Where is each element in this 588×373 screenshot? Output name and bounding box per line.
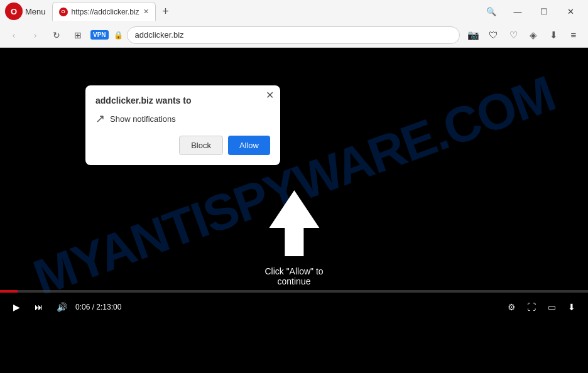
allow-button[interactable]: Allow bbox=[228, 136, 270, 155]
right-controls: ⚙ ⛶ ▭ ⬇ bbox=[503, 298, 580, 316]
download-icon[interactable]: ⬇ bbox=[544, 26, 563, 44]
url-input[interactable]: addclicker.biz bbox=[127, 26, 460, 44]
maximize-button[interactable]: ☐ bbox=[531, 0, 557, 23]
camera-icon[interactable]: 📷 bbox=[464, 26, 482, 44]
arrow-head bbox=[269, 190, 319, 228]
fullscreen-button[interactable]: ⛶ bbox=[523, 298, 540, 316]
download-video-button[interactable]: ⬇ bbox=[563, 298, 580, 316]
new-tab-button[interactable]: + bbox=[158, 4, 173, 19]
forward-button[interactable]: › bbox=[26, 26, 44, 44]
notification-popup: ✕ addclicker.biz wants to ↗ Show notific… bbox=[85, 85, 280, 165]
grid-button[interactable]: ⊞ bbox=[69, 26, 87, 44]
next-button[interactable]: ⏭ bbox=[30, 298, 48, 316]
play-button[interactable]: ▶ bbox=[8, 298, 25, 316]
back-button[interactable]: ‹ bbox=[5, 26, 23, 44]
wallet-icon[interactable]: ◈ bbox=[524, 26, 543, 44]
vpn-badge[interactable]: VPN bbox=[90, 30, 109, 40]
volume-button[interactable]: 🔊 bbox=[53, 298, 70, 316]
url-text: addclicker.biz bbox=[135, 30, 184, 40]
notification-icon: ↗ bbox=[95, 112, 105, 126]
heart-icon[interactable]: ♡ bbox=[504, 26, 523, 44]
shield-icon[interactable]: 🛡 bbox=[484, 26, 503, 44]
popup-title: addclicker.biz wants to bbox=[95, 95, 270, 105]
opera-logo[interactable]: O bbox=[5, 3, 23, 20]
toolbar-icons: 📷 🛡 ♡ ◈ ⬇ ≡ bbox=[464, 26, 583, 44]
block-button[interactable]: Block bbox=[179, 136, 223, 155]
arrow-text: Click "Allow" to continue bbox=[264, 266, 323, 286]
video-controls: ▶ ⏭ 🔊 0:06 / 2:13:00 ⚙ ⛶ ▭ ⬇ bbox=[0, 290, 588, 324]
tab-label: https://addclicker.biz bbox=[72, 8, 139, 16]
tabs-area: O https://addclicker.biz ✕ + bbox=[52, 2, 476, 21]
arrow-shaft bbox=[285, 225, 303, 256]
window-controls: 🔍 — ☐ ✕ bbox=[479, 0, 583, 23]
popup-close-button[interactable]: ✕ bbox=[266, 90, 274, 100]
menu-icon[interactable]: ≡ bbox=[564, 26, 583, 44]
reload-button[interactable]: ↻ bbox=[48, 26, 65, 44]
progress-bar[interactable] bbox=[0, 290, 588, 293]
close-button[interactable]: ✕ bbox=[558, 0, 583, 23]
title-bar: O Menu O https://addclicker.biz ✕ + 🔍 — … bbox=[0, 0, 588, 23]
browser-chrome: O Menu O https://addclicker.biz ✕ + 🔍 — … bbox=[0, 0, 588, 48]
progress-filled bbox=[0, 290, 18, 293]
tab-favicon: O bbox=[59, 8, 68, 16]
content-area: MYANTISPYWARE.COM Click "Allow" to conti… bbox=[0, 48, 588, 324]
settings-button[interactable]: ⚙ bbox=[503, 298, 520, 316]
active-tab[interactable]: O https://addclicker.biz ✕ bbox=[52, 2, 156, 21]
address-bar: ‹ › ↻ ⊞ VPN 🔒 addclicker.biz 📷 🛡 ♡ ◈ ⬇ ≡ bbox=[0, 23, 588, 48]
minimize-button[interactable]: — bbox=[505, 0, 530, 23]
up-arrow-icon bbox=[269, 190, 319, 256]
search-icon[interactable]: 🔍 bbox=[479, 0, 504, 23]
time-display: 0:06 / 2:13:00 bbox=[75, 303, 121, 311]
lock-icon: 🔒 bbox=[114, 31, 123, 40]
theater-button[interactable]: ▭ bbox=[543, 298, 560, 316]
popup-notification-row: ↗ Show notifications bbox=[95, 112, 270, 126]
menu-label[interactable]: Menu bbox=[25, 7, 46, 16]
tab-close-btn[interactable]: ✕ bbox=[143, 8, 149, 16]
arrow-container: Click "Allow" to continue bbox=[264, 190, 323, 286]
popup-notification-text: Show notifications bbox=[110, 114, 176, 124]
popup-buttons: Block Allow bbox=[95, 136, 270, 155]
